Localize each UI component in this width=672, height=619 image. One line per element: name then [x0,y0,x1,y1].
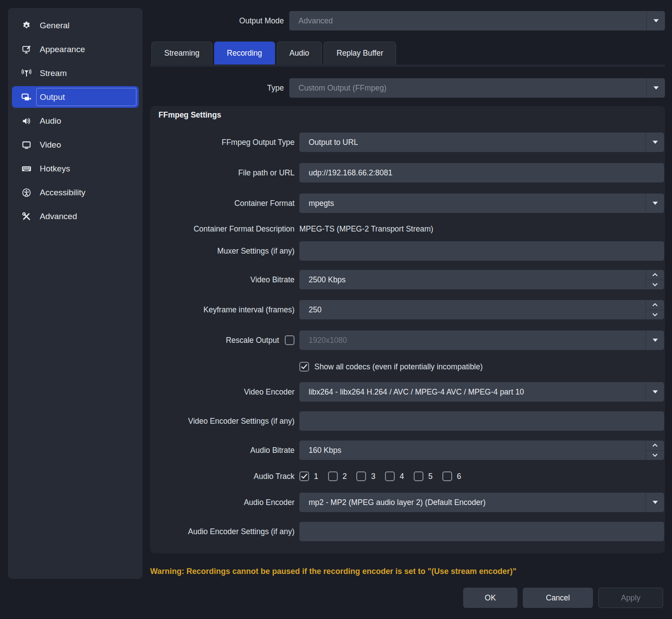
tools-icon [20,212,32,221]
sidebar-item-appearance[interactable]: Appearance [12,38,139,60]
audio-track-6-checkbox[interactable] [442,471,452,481]
group-title: FFmpeg Settings [159,110,221,120]
accessibility-icon [20,188,32,197]
keyframe-interval-spinner[interactable]: 250 [299,300,664,319]
audio-track-5-checkbox[interactable] [414,471,423,481]
container-format-desc-label: Container Format Description [150,222,294,236]
file-path-input[interactable] [299,163,664,182]
audio-bitrate-spinner[interactable]: 160 Kbps [299,441,664,460]
ok-button[interactable]: OK [463,588,517,608]
sidebar-item-label: Stream [40,68,67,78]
spin-up-button[interactable] [646,300,664,310]
audio-track-6-label: 6 [457,472,461,481]
audio-track-2-label: 2 [343,472,347,481]
output-mode-select[interactable]: Advanced [289,11,665,30]
ffmpeg-settings-group: FFmpeg Settings FFmpeg Output Type Outpu… [150,106,665,553]
audio-track-3-label: 3 [371,472,375,481]
tab-recording[interactable]: Recording [214,42,275,65]
spin-up-button[interactable] [646,441,664,451]
tab-audio[interactable]: Audio [277,42,322,65]
stream-antenna-icon [20,68,32,78]
dialog-buttons: OK Cancel Apply [463,588,663,608]
video-encoder-settings-label: Video Encoder Settings (if any) [150,411,294,431]
video-bitrate-label: Video Bitrate [150,270,294,289]
output-camera-icon [20,92,32,102]
spin-down-button[interactable] [646,451,664,460]
monitor-icon [20,140,32,150]
audio-encoder-settings-label: Audio Encoder Settings (if any) [150,522,294,541]
show-all-codecs-label: Show all codecs (even if potentially inc… [314,362,483,372]
container-format-desc-value: MPEG-TS (MPEG-2 Transport Stream) [299,222,664,236]
audio-track-5-label: 5 [428,472,433,481]
sidebar-item-label: Video [40,140,61,150]
video-encoder-select[interactable]: libx264 - libx264 H.264 / AVC / MPEG-4 A… [299,382,664,402]
tab-pane-border [150,65,665,67]
video-encoder-label: Video Encoder [150,382,294,402]
speaker-icon [20,116,32,126]
sidebar-item-label: Hotkeys [40,164,70,174]
sidebar-item-general[interactable]: General [12,15,139,36]
cancel-button[interactable]: Cancel [523,588,593,608]
recording-warning-text: Warning: Recordings cannot be paused if … [150,567,653,576]
container-format-label: Container Format [150,194,294,213]
chevron-down-icon [646,330,664,350]
recording-type-select[interactable]: Custom Output (FFmpeg) [289,78,665,98]
video-encoder-settings-input[interactable] [299,411,664,431]
audio-track-checkboxes: 1 2 3 4 5 6 [299,469,466,483]
muxer-settings-input[interactable] [299,241,664,261]
ffmpeg-output-type-label: FFmpeg Output Type [150,133,294,152]
tab-replay-buffer[interactable]: Replay Buffer [324,42,396,65]
audio-track-4-label: 4 [400,472,404,481]
sidebar-item-label: General [40,21,70,30]
muxer-settings-label: Muxer Settings (if any) [150,241,294,261]
rescale-output-label: Rescale Output [226,336,279,345]
sidebar-item-label: Output [40,92,65,102]
sidebar-item-label: Advanced [40,212,77,221]
chevron-down-icon [646,194,664,213]
spin-down-button[interactable] [646,280,664,290]
sidebar-item-label: Audio [40,116,61,126]
audio-encoder-select[interactable]: mp2 - MP2 (MPEG audio layer 2) (Default … [299,493,664,512]
sidebar-item-audio[interactable]: Audio [12,110,139,132]
sidebar-item-advanced[interactable]: Advanced [12,205,139,227]
gear-icon [20,21,32,30]
audio-track-label: Audio Track [150,469,294,483]
sidebar-item-label: Appearance [40,45,85,54]
audio-track-1-checkbox[interactable] [299,471,309,481]
ffmpeg-output-type-select[interactable]: Output to URL [299,133,664,152]
audio-track-2-checkbox[interactable] [328,471,338,481]
chevron-down-icon [646,11,665,30]
chevron-down-icon [646,133,664,152]
sidebar-item-output[interactable]: Output [12,86,139,108]
chevron-down-icon [646,78,665,98]
audio-track-4-checkbox[interactable] [385,471,395,481]
spin-up-button[interactable] [646,270,664,280]
output-settings-panel: Output Mode Advanced Streaming Recording… [150,0,665,619]
settings-sidebar: General Appearance Stream Output Audio V… [8,8,143,579]
video-bitrate-spinner[interactable]: 2500 Kbps [299,270,664,289]
output-tabs: Streaming Recording Audio Replay Buffer [151,42,396,65]
sidebar-item-hotkeys[interactable]: Hotkeys [12,158,139,179]
rescale-output-checkbox[interactable] [285,335,294,345]
spin-down-button[interactable] [646,310,664,320]
audio-encoder-settings-input[interactable] [299,522,664,541]
apply-button[interactable]: Apply [598,588,663,608]
file-path-label: File path or URL [150,163,294,182]
audio-track-3-checkbox[interactable] [356,471,366,481]
keyframe-interval-label: Keyframe interval (frames) [150,300,294,319]
sidebar-item-stream[interactable]: Stream [12,62,139,84]
audio-encoder-label: Audio Encoder [150,493,294,512]
output-mode-label: Output Mode [150,11,284,31]
rescale-resolution-select[interactable]: 1920x1080 [299,330,664,350]
container-format-select[interactable]: mpegts [299,194,664,213]
sidebar-item-label: Accessibility [40,188,85,197]
show-all-codecs-checkbox[interactable] [299,362,309,372]
tab-streaming[interactable]: Streaming [151,42,212,65]
sidebar-item-accessibility[interactable]: Accessibility [12,182,139,203]
chevron-down-icon [646,382,664,402]
keyboard-icon [20,164,32,174]
chevron-down-icon [646,493,664,512]
sidebar-item-video[interactable]: Video [12,134,139,156]
audio-track-1-label: 1 [314,472,318,481]
audio-bitrate-label: Audio Bitrate [150,441,294,460]
